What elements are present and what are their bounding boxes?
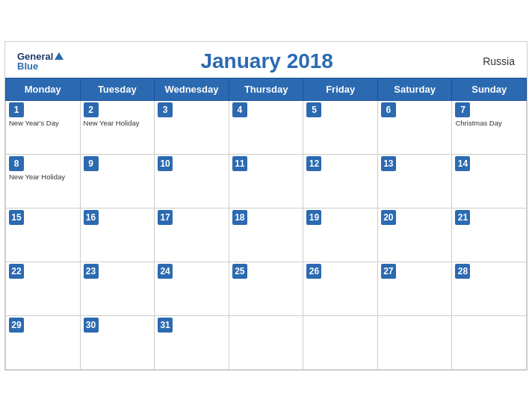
calendar-week-row: 22232425262728 (6, 262, 527, 315)
day-number: 12 (306, 156, 321, 171)
logo-area: General Blue (17, 51, 64, 72)
calendar-day-cell: 25 (229, 262, 303, 315)
calendar-day-cell: 21 (452, 208, 527, 262)
calendar-day-cell: 22 (6, 262, 81, 315)
calendar-day-cell: 26 (303, 262, 377, 315)
day-number: 22 (9, 264, 24, 279)
calendar-day-cell: 1New Year's Day (6, 100, 81, 154)
day-number: 21 (455, 210, 470, 225)
day-number: 3 (158, 102, 173, 117)
calendar-day-cell: 14 (452, 154, 527, 208)
calendar-day-cell: 12 (303, 154, 377, 208)
day-number: 30 (84, 318, 99, 333)
weekday-header: Monday (6, 78, 81, 100)
holiday-label: New Year Holiday (84, 119, 152, 127)
weekday-header: Saturday (377, 78, 452, 100)
calendar-day-cell: 11 (229, 154, 303, 208)
day-number: 16 (84, 210, 99, 225)
calendar-day-cell: 29 (6, 315, 81, 369)
day-number: 11 (232, 156, 247, 171)
day-number: 18 (232, 210, 247, 225)
weekday-header: Tuesday (80, 78, 155, 100)
calendar-day-cell: 9 (80, 154, 155, 208)
day-number: 24 (158, 264, 173, 279)
calendar-day-cell: 28 (452, 262, 527, 315)
day-number: 17 (158, 210, 173, 225)
calendar-day-cell: 2New Year Holiday (80, 100, 155, 154)
calendar-day-cell: 27 (377, 262, 452, 315)
holiday-label: New Year's Day (9, 119, 77, 127)
holiday-label: New Year Holiday (9, 173, 77, 181)
day-number: 19 (306, 210, 321, 225)
day-number: 5 (306, 102, 321, 117)
calendar-day-cell: 7Christmas Day (452, 100, 527, 154)
day-number: 9 (84, 156, 99, 171)
calendar-day-cell: 3 (155, 100, 229, 154)
calendar-week-row: 1New Year's Day2New Year Holiday34567Chr… (6, 100, 527, 154)
calendar-day-cell: 5 (303, 100, 377, 154)
calendar-day-cell (452, 315, 527, 369)
calendar-day-cell: 6 (377, 100, 452, 154)
calendar-day-cell: 30 (80, 315, 155, 369)
calendar-day-cell: 8New Year Holiday (6, 154, 81, 208)
day-number: 31 (158, 318, 173, 333)
calendar-day-cell (303, 315, 377, 369)
calendar-week-row: 15161718192021 (6, 208, 527, 262)
holiday-label: Christmas Day (455, 119, 523, 127)
weekday-header: Friday (303, 78, 377, 100)
calendar-day-cell: 31 (155, 315, 229, 369)
calendar-day-cell: 15 (6, 208, 81, 262)
day-number: 2 (84, 102, 99, 117)
day-number: 25 (232, 264, 247, 279)
day-number: 29 (9, 318, 24, 333)
logo-blue: Blue (17, 61, 38, 72)
calendar-header: General Blue January 2018 Russia (5, 42, 527, 78)
logo-triangle-icon (55, 52, 64, 60)
calendar-day-cell: 23 (80, 262, 155, 315)
calendar-body: 1New Year's Day2New Year Holiday34567Chr… (6, 100, 527, 369)
day-number: 14 (455, 156, 470, 171)
calendar-thead: MondayTuesdayWednesdayThursdayFridaySatu… (6, 78, 527, 100)
day-number: 4 (232, 102, 247, 117)
day-number: 15 (9, 210, 24, 225)
day-number: 1 (9, 102, 24, 117)
day-number: 6 (381, 102, 396, 117)
day-number: 10 (158, 156, 173, 171)
weekday-header: Sunday (452, 78, 527, 100)
calendar-day-cell: 10 (155, 154, 229, 208)
country-label: Russia (470, 55, 515, 67)
weekday-header: Wednesday (155, 78, 229, 100)
month-title: January 2018 (64, 49, 470, 73)
day-number: 7 (455, 102, 470, 117)
calendar-day-cell: 18 (229, 208, 303, 262)
weekday-header: Thursday (229, 78, 303, 100)
day-number: 20 (381, 210, 396, 225)
day-number: 27 (381, 264, 396, 279)
calendar-day-cell (229, 315, 303, 369)
day-number: 28 (455, 264, 470, 279)
calendar-week-row: 293031 (6, 315, 527, 369)
calendar-day-cell: 13 (377, 154, 452, 208)
calendar-day-cell: 24 (155, 262, 229, 315)
calendar-week-row: 8New Year Holiday91011121314 (6, 154, 527, 208)
calendar-day-cell: 19 (303, 208, 377, 262)
calendar-day-cell: 20 (377, 208, 452, 262)
day-number: 26 (306, 264, 321, 279)
calendar-day-cell (377, 315, 452, 369)
day-number: 13 (381, 156, 396, 171)
calendar-day-cell: 4 (229, 100, 303, 154)
day-number: 23 (84, 264, 99, 279)
day-number: 8 (9, 156, 24, 171)
weekday-header-row: MondayTuesdayWednesdayThursdayFridaySatu… (6, 78, 527, 100)
calendar-table: MondayTuesdayWednesdayThursdayFridaySatu… (5, 78, 527, 370)
calendar-day-cell: 16 (80, 208, 155, 262)
calendar-container: General Blue January 2018 Russia MondayT… (4, 41, 528, 371)
calendar-day-cell: 17 (155, 208, 229, 262)
